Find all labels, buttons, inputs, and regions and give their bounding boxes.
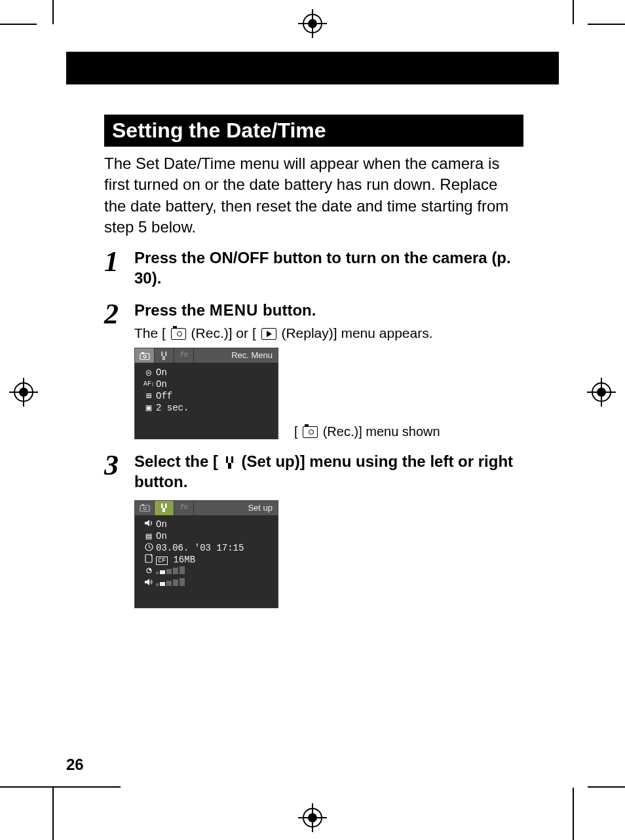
lcd-tab-setup [155,348,174,363]
lcd-rec-menu: fn Rec. Menu ◎ On AF⟨ [134,348,278,439]
step-heading-text: Press the [134,301,210,319]
svg-rect-24 [228,463,231,469]
lcd-row: ◎ On [142,367,271,378]
lcd-tab-custom: fn [174,501,194,515]
svg-line-34 [149,547,151,548]
lcd-row [142,578,271,590]
lcd-row: On [142,519,271,531]
setup-tool-icon [224,456,236,469]
lcd-setup-menu: fn Set up On [134,500,278,608]
lcd-tab-custom: fn [174,348,194,363]
lcd-row-icon: ▣ [142,403,156,414]
brightness-icon [142,566,156,578]
step-number: 2 [104,300,134,439]
svg-rect-35 [145,555,152,562]
svg-rect-26 [142,504,144,506]
step-heading: Select the [ (Set up)] menu using the le… [134,451,523,492]
lcd-row: ⊞ Off [142,390,271,402]
lcd-row-icon: AF⟨ [142,380,156,388]
svg-rect-42 [180,566,185,574]
svg-rect-28 [161,503,163,508]
intro-text: The Set Date/Time menu will appear when … [104,153,523,238]
text: (Rec.)] or [ [187,325,260,340]
speaker-icon [142,519,156,530]
crop-mark [0,786,121,788]
camera-icon [303,426,318,438]
section-title: Setting the Date/Time [104,115,523,147]
step-number: 3 [104,451,134,608]
lcd-tab-setup [155,501,174,515]
lcd-row-val: 2 sec. [156,403,271,414]
svg-marker-43 [145,579,149,585]
text: (Replay)] menu appears. [278,325,433,340]
crop-mark [52,788,54,840]
svg-marker-31 [145,520,149,526]
step-heading-text: button. [258,301,316,319]
lcd-row-val: Off [156,391,271,402]
registration-mark-left [9,378,38,407]
lcd-row-val: CF CF 16MB16MB [156,555,271,566]
svg-rect-38 [156,572,159,574]
crop-mark [573,0,574,24]
step-1: 1 Press the ON/OFF button to turn on the… [104,247,523,288]
svg-rect-41 [173,568,178,574]
svg-rect-47 [173,579,178,586]
card-icon [142,554,156,566]
svg-rect-23 [231,456,233,463]
svg-rect-30 [162,508,165,512]
lcd-tab-camera [135,348,155,363]
crop-mark [573,788,574,840]
text: The [ [134,325,170,340]
svg-rect-19 [161,352,163,356]
svg-rect-45 [160,582,165,586]
lcd-row: AF⟨ On [142,378,271,390]
camera-icon [171,328,186,340]
lcd-row-val: On [156,367,271,378]
bars-icon [156,578,271,589]
page-number: 26 [66,756,84,774]
lcd-tab-camera [135,501,155,515]
lcd-row [142,566,271,578]
menu-word: MENU [210,301,259,319]
lcd-caption: [ (Rec.)] menu shown [294,424,440,439]
step-2: 2 Press the MENU button. The [ (Rec.)] o… [104,300,523,439]
volume-icon [142,578,156,589]
registration-mark-bottom [298,803,327,832]
lcd-row-icon: ▤ [142,531,156,542]
lcd-row-val: On [156,531,271,542]
lcd-row: ▤ On [142,531,271,543]
text: Select the [ [134,452,223,470]
step-heading: Press the MENU button. [134,300,523,320]
svg-rect-21 [162,356,165,360]
svg-rect-29 [165,503,167,508]
lcd-row-val: On [156,519,271,530]
header-band [66,52,559,84]
svg-rect-48 [180,578,185,586]
crop-mark [588,786,625,788]
svg-rect-46 [166,581,172,586]
svg-rect-44 [156,583,159,586]
lcd-row: ▣ 2 sec. [142,402,271,414]
registration-mark-top [298,9,327,38]
svg-rect-25 [140,505,149,511]
lcd-row-val: 03.06. '03 17:15 [156,543,271,554]
lcd-row: CF CF 16MB16MB [142,555,271,566]
svg-rect-16 [140,354,149,359]
lcd-row-icon: ◎ [142,367,156,378]
svg-point-18 [143,355,146,357]
svg-point-27 [143,507,146,510]
bars-icon [156,566,271,577]
svg-rect-17 [142,352,144,354]
crop-mark [52,0,54,24]
svg-rect-39 [160,570,165,574]
step-number: 1 [104,247,134,288]
play-icon [261,328,276,340]
step-3: 3 Select the [ (Set up)] menu using the … [104,451,523,608]
lcd-row: 03.06. '03 17:15 [142,543,271,555]
text: (Rec.)] menu shown [319,424,440,439]
svg-rect-20 [165,352,167,356]
svg-rect-40 [166,569,172,574]
registration-mark-right [587,378,616,407]
crop-mark [588,24,625,25]
step-heading: Press the ON/OFF button to turn on the c… [134,247,523,288]
